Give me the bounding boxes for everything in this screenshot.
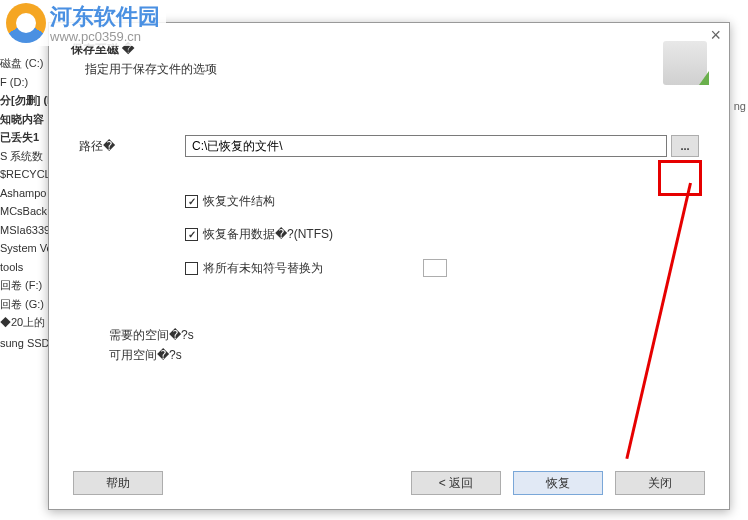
- sidebar-item[interactable]: MCsBack: [0, 202, 48, 221]
- checkbox-icon[interactable]: [185, 262, 198, 275]
- space-available-label: 可用空间�?s: [109, 345, 699, 365]
- bg-text: ng: [734, 100, 746, 112]
- sidebar: 磁盘 (C:) F (D:) 分[勿删] (E 知晓内容 已丢失1 S 系统数 …: [0, 50, 48, 520]
- watermark-title: 河东软件园: [50, 2, 160, 32]
- sidebar-item[interactable]: sung SSD 860 EVO 250GB: [0, 334, 48, 353]
- sidebar-item[interactable]: F (D:): [0, 73, 48, 92]
- dialog-subtitle: 指定用于保存文件的选项: [85, 61, 217, 78]
- sidebar-item[interactable]: $RECYCL: [0, 165, 48, 184]
- sidebar-item[interactable]: Ashampo: [0, 184, 48, 203]
- sidebar-item[interactable]: 分[勿删] (E: [0, 91, 48, 110]
- sidebar-item[interactable]: MSIa6339: [0, 221, 48, 240]
- recover-button[interactable]: 恢复: [513, 471, 603, 495]
- sidebar-item[interactable]: ◆20上的: [0, 313, 48, 332]
- checkbox-label: 恢复备用数据�?(NTFS): [203, 226, 333, 243]
- sidebar-item[interactable]: System Vo: [0, 239, 48, 258]
- close-button[interactable]: 关闭: [615, 471, 705, 495]
- disk-save-icon: [663, 41, 707, 85]
- replace-char-input[interactable]: [423, 259, 447, 277]
- sidebar-item[interactable]: 回卷 (G:): [0, 295, 48, 314]
- checkbox-icon[interactable]: [185, 195, 198, 208]
- sidebar-item[interactable]: 回卷 (F:): [0, 276, 48, 295]
- help-button[interactable]: 帮助: [73, 471, 163, 495]
- dialog-footer: 帮助 < 返回 恢复 关闭: [49, 457, 729, 509]
- sidebar-item[interactable]: tools: [0, 258, 48, 277]
- checkbox-icon[interactable]: [185, 228, 198, 241]
- save-dialog: × 保存至磁 � 指定用于保存文件的选项 路径� ... 恢复文件结构 恢复备用…: [48, 22, 730, 510]
- restore-ntfs-checkbox[interactable]: 恢复备用数据�?(NTFS): [185, 226, 699, 243]
- watermark: 河东软件园 www.pc0359.cn: [0, 0, 166, 46]
- path-label: 路径�: [79, 138, 185, 155]
- sidebar-item[interactable]: 已丢失1: [0, 128, 48, 147]
- sidebar-item[interactable]: 磁盘 (C:): [0, 54, 48, 73]
- path-input[interactable]: [185, 135, 667, 157]
- back-button[interactable]: < 返回: [411, 471, 501, 495]
- space-needed-label: 需要的空间�?s: [109, 325, 699, 345]
- restore-structure-checkbox[interactable]: 恢复文件结构: [185, 193, 699, 210]
- browse-button[interactable]: ...: [671, 135, 699, 157]
- sidebar-item[interactable]: S 系统数: [0, 147, 48, 166]
- sidebar-item[interactable]: 知晓内容: [0, 110, 48, 129]
- dialog-body: 路径� ... 恢复文件结构 恢复备用数据�?(NTFS) 将所有未知符号替换为…: [49, 99, 729, 386]
- checkbox-label: 将所有未知符号替换为: [203, 260, 323, 277]
- replace-unknown-checkbox[interactable]: 将所有未知符号替换为: [185, 259, 699, 277]
- checkbox-label: 恢复文件结构: [203, 193, 275, 210]
- close-icon[interactable]: ×: [710, 25, 721, 46]
- watermark-logo-icon: [6, 3, 46, 43]
